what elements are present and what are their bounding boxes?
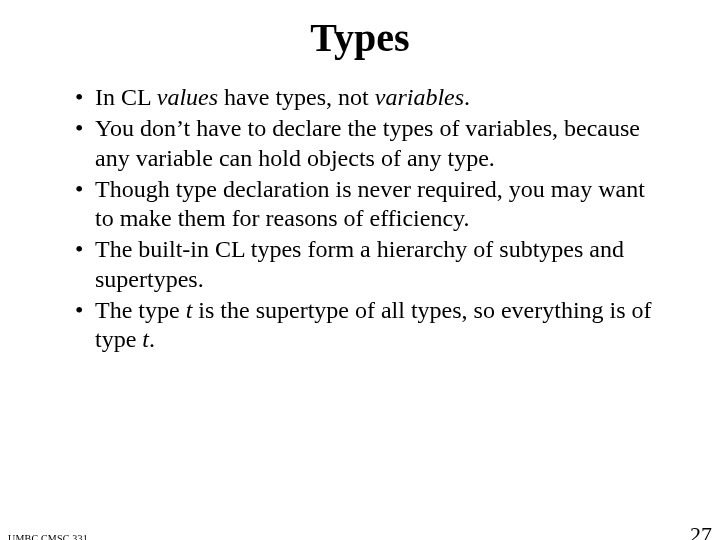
italic-text: variables <box>375 84 464 110</box>
bullet-item-4: The built-in CL types form a hierarchy o… <box>75 235 660 294</box>
bullet-item-5: The type t is the supertype of all types… <box>75 296 660 355</box>
text: In CL <box>95 84 157 110</box>
bullet-item-1: In CL values have types, not variables. <box>75 83 660 112</box>
text: . <box>149 326 155 352</box>
slide-number: 27 <box>690 522 712 540</box>
italic-text: t <box>142 326 149 352</box>
text: . <box>464 84 470 110</box>
bullet-item-2: You don’t have to declare the types of v… <box>75 114 660 173</box>
text: have types, not <box>218 84 375 110</box>
bullet-list: In CL values have types, not variables. … <box>75 83 660 354</box>
slide: Types In CL values have types, not varia… <box>0 14 720 540</box>
text: The type <box>95 297 186 323</box>
text: The built-in CL types form a hierarchy o… <box>95 236 624 291</box>
footer-course-code: UMBC CMSC 331 <box>8 533 88 540</box>
italic-text: values <box>157 84 218 110</box>
slide-title: Types <box>0 14 720 61</box>
bullet-item-3: Though type declaration is never require… <box>75 175 660 234</box>
text: You don’t have to declare the types of v… <box>95 115 640 170</box>
text: Though type declaration is never require… <box>95 176 645 231</box>
